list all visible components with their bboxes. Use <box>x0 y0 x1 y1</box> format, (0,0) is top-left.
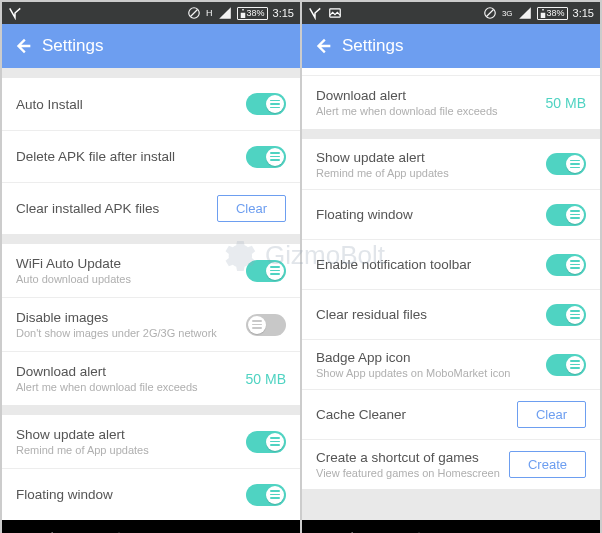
toggle-delete-apk[interactable] <box>246 146 286 168</box>
app-bar: Settings <box>2 24 300 68</box>
back-icon[interactable] <box>12 35 34 57</box>
cache-clear-button[interactable]: Clear <box>517 401 586 428</box>
row-wifi-auto-update[interactable]: WiFi Auto Update Auto download updates <box>2 244 300 297</box>
row-subtitle: Remind me of App updates <box>316 167 449 179</box>
row-title: Show update alert <box>316 150 449 165</box>
app-notification-icon <box>308 6 322 20</box>
row-title: Download alert <box>16 364 198 379</box>
back-icon[interactable] <box>312 35 334 57</box>
toggle-floating-window[interactable] <box>246 484 286 506</box>
row-subtitle: Remind me of App updates <box>16 444 149 456</box>
row-subtitle: Auto download updates <box>16 273 131 285</box>
network-type-label: 3G <box>502 9 513 18</box>
row-title: Cache Cleaner <box>316 407 406 422</box>
toggle-floating-window[interactable] <box>546 204 586 226</box>
row-create-shortcut-games: Create a shortcut of games View featured… <box>302 439 600 489</box>
app-bar: Settings <box>302 24 600 68</box>
navigation-bar <box>2 520 300 533</box>
create-shortcut-button[interactable]: Create <box>509 451 586 478</box>
row-cache-cleaner: Cache Cleaner Clear <box>302 389 600 439</box>
svg-rect-11 <box>540 12 545 17</box>
download-alert-value: 50 MB <box>546 95 586 111</box>
row-title: Badge App icon <box>316 350 510 365</box>
svg-rect-12 <box>542 9 544 11</box>
row-download-alert[interactable]: Download alert Alert me when download fi… <box>302 76 600 129</box>
row-disable-images[interactable]: Disable images Don't show images under 2… <box>2 297 300 351</box>
no-sim-icon <box>483 6 497 20</box>
row-title: Show update alert <box>16 427 149 442</box>
row-title: Download alert <box>316 88 498 103</box>
row-title: Disable images <box>16 310 217 325</box>
clear-installed-apk-button[interactable]: Clear <box>217 195 286 222</box>
row-title: Enable notification toolbar <box>316 257 471 272</box>
battery-indicator: 38% <box>537 7 568 20</box>
toggle-disable-images[interactable] <box>246 314 286 336</box>
toggle-wifi-auto-update[interactable] <box>246 260 286 282</box>
status-bar: 3G 38% 3:15 <box>302 2 600 24</box>
row-title: Create a shortcut of games <box>316 450 500 465</box>
toggle-badge-app-icon[interactable] <box>546 354 586 376</box>
row-subtitle: Alert me when download file exceeds <box>316 105 498 117</box>
row-show-update-alert[interactable]: Show update alert Remind me of App updat… <box>302 139 600 189</box>
row-title: Auto Install <box>16 97 83 112</box>
row-badge-app-icon[interactable]: Badge App icon Show App updates on MoboM… <box>302 339 600 389</box>
clock: 3:15 <box>573 7 594 19</box>
row-floating-window[interactable]: Floating window <box>302 189 600 239</box>
row-title: Floating window <box>16 487 113 502</box>
row-title: Clear installed APK files <box>16 201 159 216</box>
row-title: Clear residual files <box>316 307 427 322</box>
row-download-alert[interactable]: Download alert Alert me when download fi… <box>2 351 300 405</box>
toggle-show-update-alert[interactable] <box>546 153 586 175</box>
row-show-update-alert[interactable]: Show update alert Remind me of App updat… <box>2 415 300 468</box>
settings-list: Auto Install Delete APK file after insta… <box>2 68 300 520</box>
toggle-auto-install[interactable] <box>246 93 286 115</box>
status-bar: H 38% 3:15 <box>2 2 300 24</box>
toggle-show-update-alert[interactable] <box>246 431 286 453</box>
svg-line-1 <box>191 10 198 17</box>
app-notification-icon <box>8 6 22 20</box>
svg-line-10 <box>486 10 493 17</box>
toggle-clear-residual[interactable] <box>546 304 586 326</box>
page-title: Settings <box>342 36 403 56</box>
clock: 3:15 <box>273 7 294 19</box>
row-subtitle: Don't show images under 2G/3G network <box>16 327 217 339</box>
network-type-label: H <box>206 8 213 18</box>
signal-icon <box>218 6 232 20</box>
row-floating-window[interactable]: Floating window <box>2 468 300 520</box>
download-alert-value: 50 MB <box>246 371 286 387</box>
row-auto-install[interactable]: Auto Install <box>2 78 300 130</box>
toggle-notification-toolbar[interactable] <box>546 254 586 276</box>
phone-left: H 38% 3:15 Settings Auto Install Delete … <box>2 2 300 533</box>
navigation-bar <box>302 520 600 533</box>
phone-right: 3G 38% 3:15 Settings Download alert Aler… <box>302 2 600 533</box>
image-notification-icon <box>328 6 342 20</box>
row-subtitle: View featured games on Homescreen <box>316 467 500 479</box>
row-clear-residual-files[interactable]: Clear residual files <box>302 289 600 339</box>
battery-indicator: 38% <box>237 7 268 20</box>
svg-rect-3 <box>242 9 244 11</box>
no-sim-icon <box>187 6 201 20</box>
svg-rect-2 <box>240 12 245 17</box>
row-subtitle: Show App updates on MoboMarket icon <box>316 367 510 379</box>
page-title: Settings <box>42 36 103 56</box>
row-title: Floating window <box>316 207 413 222</box>
row-title: Delete APK file after install <box>16 149 175 164</box>
row-title: WiFi Auto Update <box>16 256 131 271</box>
row-enable-notification-toolbar[interactable]: Enable notification toolbar <box>302 239 600 289</box>
signal-icon <box>518 6 532 20</box>
settings-list: Download alert Alert me when download fi… <box>302 68 600 520</box>
row-subtitle: Alert me when download file exceeds <box>16 381 198 393</box>
row-clear-installed-apk: Clear installed APK files Clear <box>2 182 300 234</box>
row-delete-apk[interactable]: Delete APK file after install <box>2 130 300 182</box>
